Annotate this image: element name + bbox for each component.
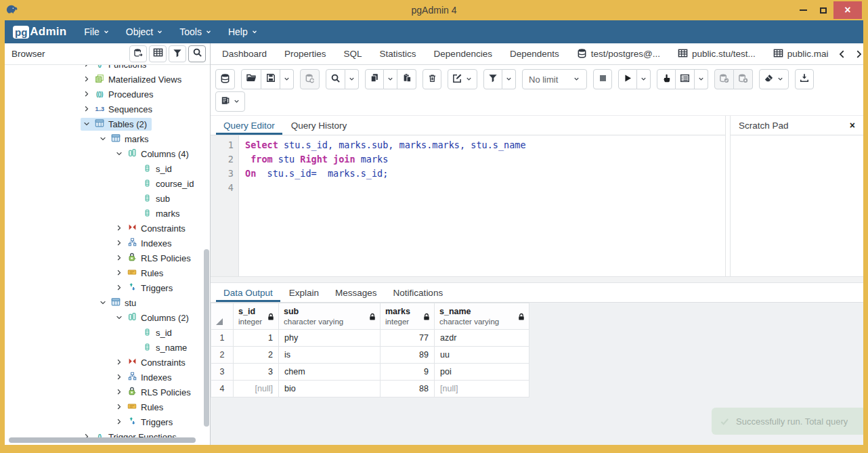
tree-item-columns-4[interactable]: Columns (4) xyxy=(5,146,210,161)
tab-messages[interactable]: Messages xyxy=(328,283,385,302)
download-button[interactable] xyxy=(795,69,814,89)
maximize-button[interactable] xyxy=(813,1,833,19)
grid-cell[interactable]: bio xyxy=(279,381,381,397)
stop-button[interactable] xyxy=(593,69,612,89)
object-explorer-button[interactable] xyxy=(129,45,147,62)
menu-object[interactable]: Object xyxy=(126,26,163,37)
editor-results-splitter[interactable] xyxy=(211,276,863,283)
tree-item-triggers[interactable]: Triggers xyxy=(5,414,210,429)
tab-query-editor[interactable]: Query Editor xyxy=(216,116,282,135)
column-header-sub[interactable]: subcharacter varying xyxy=(279,303,381,330)
tab-notifications[interactable]: Notifications xyxy=(386,283,451,302)
chevron-down-icon[interactable] xyxy=(114,314,123,322)
grid-cell[interactable]: 3 xyxy=(234,364,279,381)
tree-item-s-id[interactable]: s_id xyxy=(5,325,210,340)
tree-item-columns-2[interactable]: Columns (2) xyxy=(5,310,210,325)
tree-item-triggers[interactable]: Triggers xyxy=(5,280,210,295)
tab-public-stu-test[interactable]: public.stu/test... xyxy=(669,43,764,64)
tree-item-marks[interactable]: marks xyxy=(5,206,210,221)
chevron-down-icon[interactable] xyxy=(98,135,107,143)
chevron-right-icon[interactable] xyxy=(82,75,91,83)
paste-button[interactable] xyxy=(397,69,416,89)
close-button[interactable]: × xyxy=(833,1,862,19)
grid-cell[interactable]: poi xyxy=(435,364,529,381)
chevron-right-icon[interactable] xyxy=(114,388,123,396)
row-number[interactable]: 3 xyxy=(211,364,234,381)
column-header-s-id[interactable]: s_idinteger xyxy=(234,303,279,330)
tree-item-procedures[interactable]: (())Procedures xyxy=(5,87,210,102)
search-button[interactable] xyxy=(326,69,345,89)
search-button[interactable] xyxy=(188,45,206,62)
tree-item-constraints[interactable]: Constraints xyxy=(5,355,210,370)
tree-item-course-id[interactable]: course_id xyxy=(5,176,210,191)
grid-cell[interactable]: is xyxy=(279,347,381,364)
tree-item-rules[interactable]: Rules xyxy=(5,265,210,280)
sql-code[interactable]: Select stu.s_id, marks.sub, marks.marks,… xyxy=(239,135,725,276)
chevron-right-icon[interactable] xyxy=(82,65,91,68)
chevron-right-icon[interactable] xyxy=(114,269,123,277)
minimize-button[interactable] xyxy=(793,1,813,19)
tree-item-indexes[interactable]: Indexes xyxy=(5,370,210,385)
trash-button[interactable] xyxy=(422,69,441,89)
tab-scroll-right-button[interactable] xyxy=(854,49,863,59)
dropdown-caret-button[interactable] xyxy=(345,69,359,89)
dropdown-caret-button[interactable] xyxy=(502,69,516,89)
tree-vertical-scrollbar[interactable] xyxy=(204,249,209,427)
tree-item-rls-policies[interactable]: RLS Policies xyxy=(5,251,210,265)
db-rollback-button[interactable] xyxy=(734,69,753,89)
filter-button[interactable] xyxy=(169,45,186,62)
dropdown-caret-button[interactable] xyxy=(384,69,397,89)
tree-item-constraints[interactable]: Constraints xyxy=(5,221,210,236)
grid-cell[interactable]: 9 xyxy=(381,364,435,381)
scratch-pad-close-button[interactable]: × xyxy=(850,120,855,131)
grid-cell[interactable]: [null] xyxy=(234,381,279,397)
menu-file[interactable]: File xyxy=(84,26,110,37)
select-all-corner[interactable] xyxy=(211,303,234,330)
tab-statistics[interactable]: Statistics xyxy=(371,43,425,64)
db-commit-button[interactable] xyxy=(714,69,734,89)
grid-cell[interactable]: chem xyxy=(279,364,381,381)
tab-dashboard[interactable]: Dashboard xyxy=(213,43,276,64)
editor-scratchpad-splitter[interactable] xyxy=(725,116,731,276)
chevron-down-icon[interactable] xyxy=(114,150,123,158)
dropdown-caret-button[interactable] xyxy=(695,69,708,89)
hand-button[interactable] xyxy=(657,69,676,89)
scratch-pad-area[interactable] xyxy=(731,135,863,276)
eraser-button[interactable] xyxy=(759,69,789,89)
grid-cell[interactable]: 1 xyxy=(234,330,279,347)
tab-properties[interactable]: Properties xyxy=(276,43,335,64)
row-number[interactable]: 4 xyxy=(211,381,234,397)
grid-cell[interactable]: azdr xyxy=(435,330,529,347)
dropdown-caret-button[interactable] xyxy=(637,69,651,89)
chevron-right-icon[interactable] xyxy=(114,373,123,381)
chevron-right-icon[interactable] xyxy=(114,358,123,366)
tree-item-functions[interactable]: ()Functions xyxy=(5,65,210,72)
row-number[interactable]: 2 xyxy=(211,347,234,364)
tab-sql[interactable]: SQL xyxy=(335,43,371,64)
filter-button[interactable] xyxy=(483,69,502,89)
grid-cell[interactable]: phy xyxy=(279,330,381,347)
save-button[interactable] xyxy=(261,69,280,89)
tree-item-marks[interactable]: marks xyxy=(5,131,210,146)
play-button[interactable] xyxy=(618,69,637,89)
grid-cell[interactable]: uu xyxy=(435,347,529,364)
tree-item-rls-policies[interactable]: RLS Policies xyxy=(5,385,210,400)
chevron-right-icon[interactable] xyxy=(114,284,123,292)
macro-button[interactable] xyxy=(215,91,245,112)
tab-dependents[interactable]: Dependents xyxy=(501,43,568,64)
grid-cell[interactable]: [null] xyxy=(435,381,529,397)
tab-explain[interactable]: Explain xyxy=(282,283,326,302)
folder-open-button[interactable] xyxy=(241,69,261,89)
chevron-right-icon[interactable] xyxy=(114,403,123,411)
tab-query-history[interactable]: Query History xyxy=(284,116,355,135)
tab-data-output[interactable]: Data Output xyxy=(216,283,280,302)
grid-cell[interactable]: 77 xyxy=(381,330,435,347)
table-list-button[interactable] xyxy=(676,69,695,89)
grid-button[interactable] xyxy=(149,45,167,62)
db-connection-button[interactable] xyxy=(215,69,235,89)
chevron-right-icon[interactable] xyxy=(114,254,123,262)
tree-item-sub[interactable]: sub xyxy=(5,191,210,206)
chevron-right-icon[interactable] xyxy=(114,224,123,232)
chevron-right-icon[interactable] xyxy=(114,418,123,426)
chevron-right-icon[interactable] xyxy=(114,239,123,247)
